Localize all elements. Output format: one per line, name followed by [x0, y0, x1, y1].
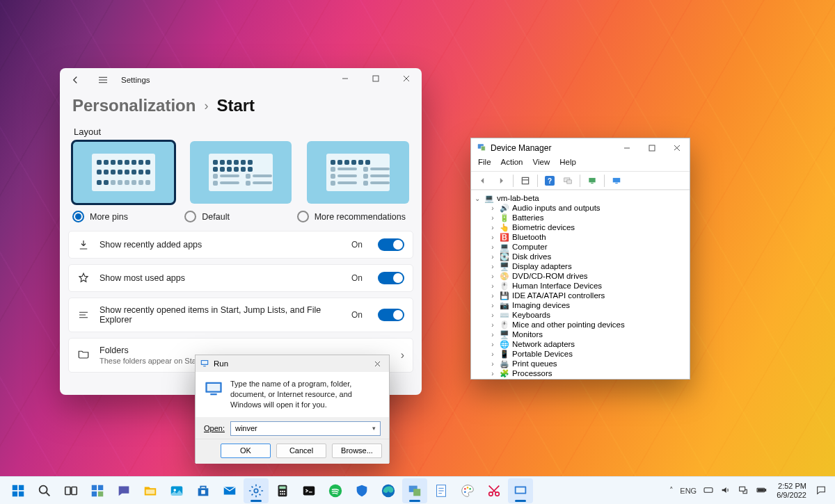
ok-button[interactable]: OK — [221, 444, 271, 458]
menu-action[interactable]: Action — [501, 158, 523, 171]
chat-button[interactable] — [111, 478, 136, 503]
taskbar-clock[interactable]: 2:52 PM 6/9/2022 — [774, 482, 809, 499]
cancel-button[interactable]: Cancel — [276, 444, 326, 458]
tree-node[interactable]: ›🖥️Monitors — [472, 330, 688, 339]
forward-icon[interactable] — [493, 173, 509, 188]
monitor-icon[interactable] — [609, 173, 624, 188]
close-button[interactable] — [365, 355, 389, 372]
taskbar-devmgr-button[interactable] — [402, 478, 427, 503]
paint-button[interactable] — [455, 478, 480, 503]
file-explorer-button[interactable] — [138, 478, 163, 503]
toggle-recently-opened-items[interactable]: Show recently opened items in Start, Jum… — [68, 298, 413, 332]
expand-icon[interactable]: › — [489, 350, 496, 358]
task-view-button[interactable] — [58, 478, 84, 503]
tree-node[interactable]: ›🅱️Bluetooth — [472, 232, 688, 242]
taskbar-settings-button[interactable] — [244, 478, 269, 503]
nav-menu-button[interactable] — [93, 70, 113, 90]
radio-more-pins[interactable]: More pins — [72, 211, 184, 222]
maximize-button[interactable] — [639, 138, 665, 158]
expand-icon[interactable]: › — [489, 311, 496, 319]
run-titlebar[interactable]: Run — [196, 355, 389, 372]
expand-icon[interactable]: › — [489, 370, 496, 377]
collapse-icon[interactable]: ⌄ — [474, 195, 481, 202]
spotify-button[interactable] — [323, 478, 348, 503]
scan-icon[interactable] — [560, 173, 575, 188]
terminal-button[interactable] — [296, 478, 321, 503]
expand-icon[interactable]: › — [489, 331, 496, 339]
calculator-button[interactable] — [270, 478, 295, 503]
tree-node[interactable]: ›⌨️Keyboards — [472, 310, 688, 320]
edge-button[interactable] — [376, 478, 401, 503]
expand-icon[interactable]: › — [489, 243, 496, 251]
menu-file[interactable]: File — [478, 158, 491, 171]
settings-titlebar[interactable]: Settings — [60, 68, 422, 92]
close-button[interactable] — [665, 138, 690, 158]
expand-icon[interactable]: › — [489, 224, 496, 231]
maximize-button[interactable] — [360, 68, 391, 89]
tree-node[interactable]: ›🖥️Display adapters — [472, 261, 688, 271]
minimize-button[interactable] — [330, 68, 360, 89]
tray-volume-icon[interactable] — [720, 485, 731, 497]
tray-overflow-icon[interactable]: ˄ — [669, 486, 674, 495]
expand-icon[interactable]: › — [489, 302, 496, 309]
expand-icon[interactable]: › — [489, 204, 496, 212]
layout-option-default[interactable] — [190, 141, 292, 204]
tree-node[interactable]: ›📀DVD/CD-ROM drives — [472, 271, 688, 281]
snip-button[interactable] — [482, 478, 507, 503]
widgets-button[interactable] — [85, 478, 110, 503]
tree-node[interactable]: ›🧩Processors — [472, 368, 688, 378]
tree-node[interactable]: ›💾IDE ATA/ATAPI controllers — [472, 291, 688, 300]
search-button[interactable] — [32, 478, 57, 503]
minimize-button[interactable] — [614, 138, 639, 158]
expand-icon[interactable]: › — [489, 321, 496, 329]
radio-more-recommendations[interactable]: More recommendations — [297, 211, 409, 222]
breadcrumb-parent[interactable]: Personalization — [72, 96, 196, 115]
expand-icon[interactable]: › — [489, 253, 496, 261]
radio-default[interactable]: Default — [184, 211, 296, 222]
defender-button[interactable] — [349, 478, 374, 503]
tree-node[interactable]: ›💻Computer — [472, 242, 688, 252]
expand-icon[interactable]: › — [489, 360, 496, 368]
back-icon[interactable] — [475, 173, 491, 188]
expand-icon[interactable]: › — [489, 214, 496, 222]
layout-option-more-pins[interactable] — [72, 141, 175, 204]
store-button[interactable] — [191, 478, 216, 503]
notifications-button[interactable] — [816, 485, 827, 497]
tree-node[interactable]: ›🔊Audio inputs and outputs — [472, 203, 688, 213]
toggle-switch[interactable] — [378, 272, 404, 284]
tray-network-icon[interactable] — [738, 485, 749, 497]
help-icon[interactable]: ? — [542, 173, 557, 188]
toggle-switch[interactable] — [378, 309, 404, 321]
toggle-recently-added-apps[interactable]: Show recently added apps On — [68, 231, 413, 259]
notepad-button[interactable] — [429, 478, 454, 503]
back-button[interactable] — [65, 70, 85, 90]
tree-node[interactable]: ›📷Imaging devices — [472, 300, 688, 310]
taskbar-run-button[interactable] — [508, 478, 533, 503]
tree-node[interactable]: ›🖱️Mice and other pointing devices — [472, 320, 688, 330]
tree-node[interactable]: ›🌐Network adapters — [472, 339, 688, 349]
device-tree[interactable]: ⌄ 💻 vm-lab-beta ›🔊Audio inputs and outpu… — [471, 190, 690, 379]
tray-battery-icon[interactable] — [755, 485, 768, 497]
tree-node[interactable]: ›💽Disk drives — [472, 252, 688, 261]
expand-icon[interactable]: › — [489, 273, 496, 280]
expand-icon[interactable]: › — [489, 282, 496, 290]
toggle-most-used-apps[interactable]: Show most used apps On — [68, 264, 413, 292]
browse-button[interactable]: Browse... — [332, 444, 382, 458]
tree-node[interactable]: ›📱Portable Devices — [472, 349, 688, 359]
refresh-icon[interactable] — [584, 173, 600, 188]
tree-node[interactable]: ›🖱️Human Interface Devices — [472, 281, 688, 291]
tree-node[interactable]: ›🔋Batteries — [472, 213, 688, 222]
toggle-switch[interactable] — [378, 238, 404, 251]
tray-input-icon[interactable] — [703, 485, 714, 497]
mail-button[interactable] — [217, 478, 242, 503]
properties-icon[interactable] — [518, 173, 533, 188]
expand-icon[interactable]: › — [489, 341, 496, 348]
expand-icon[interactable]: › — [489, 292, 496, 300]
menu-help[interactable]: Help — [559, 158, 576, 171]
run-open-input[interactable]: winver ▾ — [230, 421, 381, 436]
tree-node[interactable]: ›👆Biometric devices — [472, 222, 688, 232]
devmgr-titlebar[interactable]: Device Manager — [471, 138, 690, 158]
layout-option-more-recommendations[interactable] — [307, 141, 409, 204]
tray-language[interactable]: ENG — [680, 487, 697, 495]
photos-button[interactable] — [164, 478, 189, 503]
